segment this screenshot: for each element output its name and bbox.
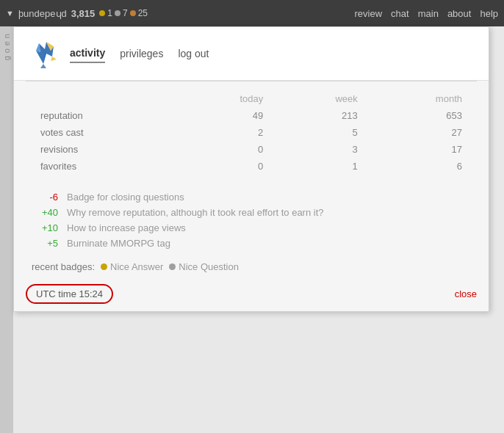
badges-section: recent badges: Nice Answer Nice Question [14,257,489,277]
badge-item-1: Nice Answer [101,261,163,272]
tab-privileges[interactable]: privileges [120,45,163,62]
stats-cell-week: 5 [272,124,367,141]
badge-item-2: Nice Question [169,261,239,272]
reputation-score: 3,815 [71,8,96,19]
nav-chat[interactable]: chat [391,8,409,19]
stats-cell-today: 49 [175,107,272,124]
nice-answer-badge-name: Nice Answer [110,261,163,272]
stats-cell-month: 27 [367,124,471,141]
nice-answer-badge-dot [101,263,107,270]
stats-cell-today: 0 [175,158,272,175]
stats-cell-month: 6 [367,158,471,175]
nice-question-badge-name: Nice Question [179,261,239,272]
activity-score: -6 [32,192,58,203]
activity-score: +5 [32,238,58,249]
footer-section: UTC time 15:24 close [14,277,489,311]
activity-text: Badge for closing questions [67,192,471,203]
stats-cell-label: reputation [32,107,175,124]
silver-badge-count: 7 [123,8,128,18]
activity-item: +40Why remove reputation, although it to… [32,205,471,220]
stats-cell-label: revisions [32,141,175,158]
table-row: revisions0317 [32,141,471,158]
profile-tabs: activity privileges log out [70,44,209,63]
tab-logout[interactable]: log out [178,45,209,62]
sidebar-char-4: g [3,56,11,60]
profile-header: activity privileges log out [14,27,489,81]
activity-item: +5Burninate MMORPG tag [32,236,471,251]
table-row: reputation49213653 [32,107,471,124]
stats-section: today week month reputation49213653votes… [14,81,489,183]
activity-text: How to increase page views [67,222,471,233]
col-label-header [32,90,175,107]
activity-score: +40 [32,207,58,218]
col-month-header: month [367,90,471,107]
bronze-badge-count: 25 [138,8,148,18]
bronze-badge-dot [130,10,136,16]
nav-about[interactable]: about [447,8,472,19]
utc-time-box: UTC time 15:24 [26,284,113,304]
stats-cell-month: 17 [367,141,471,158]
dropdown-arrow-icon[interactable]: ▼ [6,9,14,18]
close-button[interactable]: close [455,288,477,299]
sidebar-char-3: o [3,48,11,53]
col-week-header: week [272,90,367,107]
nav-help[interactable]: help [480,8,498,19]
sidebar-char-1: n [3,34,11,38]
badge-counts: 1 7 25 [99,8,148,18]
stats-cell-week: 3 [272,141,367,158]
gold-badge-dot [99,10,105,16]
activity-item: +10How to increase page views [32,220,471,236]
sidebar-char-2: e [3,41,11,46]
col-today-header: today [175,90,272,107]
nice-question-badge-dot [169,263,176,270]
stats-cell-today: 0 [175,141,272,158]
svg-marker-4 [40,64,46,68]
nav-review[interactable]: review [355,8,383,19]
activity-item: -6Badge for closing questions [32,189,471,205]
stats-cell-week: 1 [272,158,367,175]
activity-section: -6Badge for closing questions+40Why remo… [14,183,489,257]
username-label[interactable]: þundepeɥd [18,8,67,19]
activity-score: +10 [32,222,58,233]
stats-cell-week: 213 [272,107,367,124]
badges-label: recent badges: [32,261,95,272]
gold-badge-count: 1 [107,8,112,18]
svg-marker-5 [51,57,57,61]
table-row: votes cast2527 [32,124,471,141]
stats-cell-label: favorites [32,158,175,175]
stats-cell-month: 653 [367,107,471,124]
tab-activity[interactable]: activity [70,44,105,63]
top-bar-left: ▼ þundepeɥd 3,815 1 7 25 [6,8,355,19]
nav-main[interactable]: main [418,8,439,19]
silver-badge-dot [115,10,120,16]
stats-table: today week month reputation49213653votes… [32,90,471,175]
utc-time-label: UTC time 15:24 [36,288,103,299]
table-row: favorites016 [32,158,471,175]
activity-text: Why remove reputation, although it took … [67,207,471,218]
stats-cell-today: 2 [175,124,272,141]
stats-cell-label: votes cast [32,124,175,141]
activity-text: Burninate MMORPG tag [67,238,471,249]
top-bar-nav: review chat main about help [355,8,498,19]
popup-panel: activity privileges log out today week m… [13,26,489,312]
top-nav-bar: ▼ þundepeɥd 3,815 1 7 25 review chat mai… [0,0,504,26]
avatar [26,36,61,71]
sidebar-edge: n e o g [0,26,13,433]
